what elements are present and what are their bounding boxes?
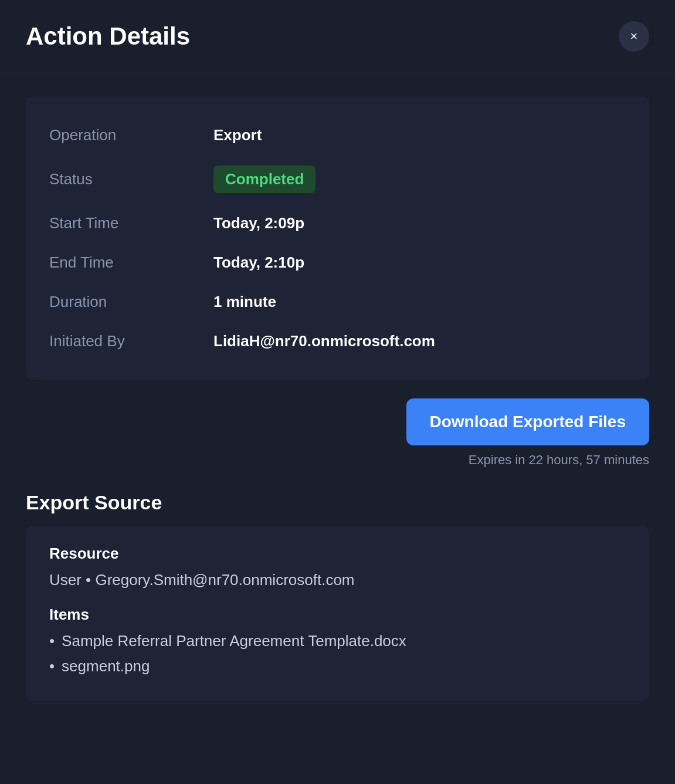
- list-item: Sample Referral Partner Agreement Templa…: [49, 632, 626, 650]
- duration-label: Duration: [49, 293, 213, 311]
- start-time-label: Start Time: [49, 214, 213, 232]
- list-item: segment.png: [49, 657, 626, 675]
- resource-value: User • Gregory.Smith@nr70.onmicrosoft.co…: [49, 571, 626, 589]
- info-card: Operation Export Status Completed Start …: [26, 97, 649, 380]
- operation-value: Export: [213, 126, 262, 144]
- initiated-by-label: Initiated By: [49, 332, 213, 350]
- duration-value: 1 minute: [213, 293, 276, 311]
- download-section: Download Exported Files Expires in 22 ho…: [26, 398, 649, 468]
- duration-row: Duration 1 minute: [49, 282, 626, 322]
- page-title: Action Details: [26, 22, 190, 50]
- expires-text: Expires in 22 hours, 57 minutes: [469, 452, 649, 468]
- end-time-label: End Time: [49, 254, 213, 272]
- items-title: Items: [49, 606, 626, 624]
- modal-container: Action Details × Operation Export Status…: [0, 0, 675, 784]
- initiated-by-row: Initiated By LidiaH@nr70.onmicrosoft.com: [49, 322, 626, 361]
- resource-title: Resource: [49, 545, 626, 563]
- operation-label: Operation: [49, 126, 213, 144]
- export-source-card: Resource User • Gregory.Smith@nr70.onmic…: [26, 526, 649, 701]
- start-time-row: Start Time Today, 2:09p: [49, 204, 626, 243]
- status-badge: Completed: [213, 165, 316, 193]
- start-time-value: Today, 2:09p: [213, 214, 304, 232]
- initiated-by-value: LidiaH@nr70.onmicrosoft.com: [213, 332, 435, 350]
- status-row: Status Completed: [49, 155, 626, 204]
- end-time-row: End Time Today, 2:10p: [49, 243, 626, 282]
- operation-row: Operation Export: [49, 116, 626, 155]
- close-button[interactable]: ×: [619, 21, 649, 52]
- download-exported-files-button[interactable]: Download Exported Files: [406, 398, 649, 445]
- end-time-value: Today, 2:10p: [213, 254, 304, 272]
- modal-header: Action Details ×: [0, 0, 675, 73]
- export-source-title: Export Source: [26, 491, 649, 514]
- status-label: Status: [49, 170, 213, 188]
- items-list: Sample Referral Partner Agreement Templa…: [49, 632, 626, 675]
- modal-body: Operation Export Status Completed Start …: [0, 73, 675, 784]
